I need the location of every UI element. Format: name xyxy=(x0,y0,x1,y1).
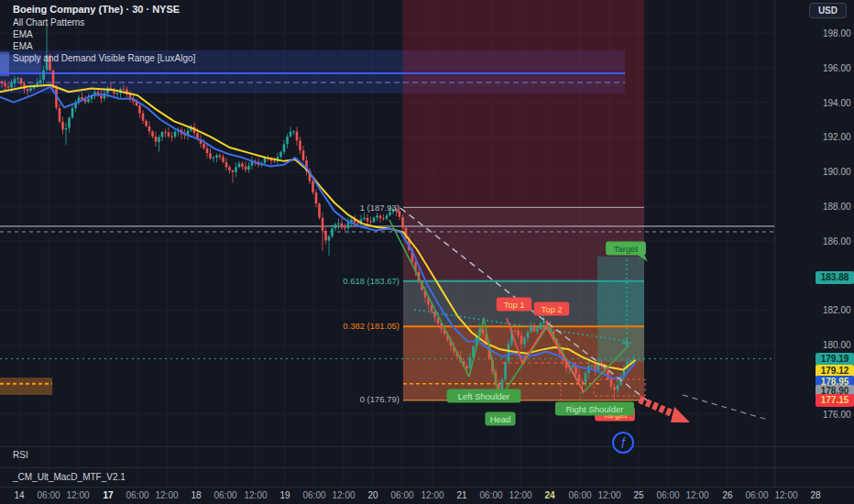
time-tick: 12:00 xyxy=(421,490,443,500)
candle xyxy=(581,382,584,383)
time-axis[interactable]: 1406:0012:001706:0012:001806:0012:001906… xyxy=(0,488,854,504)
candle xyxy=(312,181,314,192)
indicator-ema-2[interactable]: EMA xyxy=(13,40,195,52)
svg-text:Head: Head xyxy=(490,414,511,424)
candle xyxy=(536,329,539,332)
time-tick: 14 xyxy=(14,490,24,500)
candle xyxy=(228,167,231,170)
candle xyxy=(87,99,90,102)
candle xyxy=(279,152,282,157)
time-tick: 12:00 xyxy=(774,490,797,500)
price-chart-pane[interactable]: Left ShoulderHeadTop 1Top 2TargetRight S… xyxy=(0,0,774,487)
fib-label[interactable]: 0.618 (183.67) xyxy=(343,276,400,286)
candle xyxy=(508,344,510,361)
currency-toggle-button[interactable]: USD xyxy=(809,3,847,18)
time-tick: 12:00 xyxy=(597,490,620,500)
candle xyxy=(344,227,346,228)
candle xyxy=(401,217,404,227)
indicator-all-chart-patterns[interactable]: All Chart Patterns xyxy=(13,16,195,28)
time-tick: 06:00 xyxy=(656,490,679,500)
pattern-label-head[interactable]: Head xyxy=(485,412,515,426)
candle xyxy=(245,167,247,170)
candle xyxy=(174,132,177,137)
candle xyxy=(235,167,237,172)
pattern-label-top-2[interactable]: Top 2 xyxy=(534,302,570,316)
candle xyxy=(585,373,587,382)
pattern-label-top-1[interactable]: Top 1 xyxy=(497,298,532,312)
candle xyxy=(209,153,212,159)
pattern-label-right-shoulder[interactable]: Right Shoulder xyxy=(555,402,634,416)
time-tick: 12:00 xyxy=(332,490,355,500)
candle xyxy=(324,231,327,240)
fib-label[interactable]: 1 (187.93) xyxy=(360,203,400,213)
indicator-supply-demand[interactable]: Supply and Demand Visible Range [LuxAlgo… xyxy=(13,52,195,64)
target-arrow[interactable] xyxy=(640,400,676,415)
candle xyxy=(465,366,468,368)
pane-separator-rsi[interactable] xyxy=(0,446,854,447)
rsi-pane-label[interactable]: RSI xyxy=(13,450,28,460)
candle xyxy=(299,141,301,150)
candle xyxy=(39,80,42,82)
candle xyxy=(232,170,235,172)
price-tick: 196.00 xyxy=(823,62,851,72)
candle xyxy=(116,93,119,94)
candle xyxy=(286,137,289,144)
macd-pane-label[interactable]: _CM_Ult_MacD_MTF_V2.1 xyxy=(13,472,126,482)
candle xyxy=(382,218,385,219)
candle xyxy=(514,330,517,331)
boost-icon[interactable]: ƒ xyxy=(612,432,634,454)
time-tick: 06:00 xyxy=(479,490,502,500)
time-tick: 12:00 xyxy=(509,490,531,500)
candle xyxy=(164,132,167,133)
time-tick: 19 xyxy=(279,490,290,500)
trendline-dashed-lower[interactable] xyxy=(683,395,768,420)
candle xyxy=(247,166,250,170)
time-tick: 20 xyxy=(367,490,378,500)
time-tick: 12:00 xyxy=(66,490,89,500)
candle xyxy=(273,161,276,162)
candle xyxy=(533,328,536,332)
candle xyxy=(29,88,32,91)
candle xyxy=(42,71,45,81)
time-tick: 17 xyxy=(103,490,113,500)
candle xyxy=(158,137,160,142)
candle xyxy=(14,79,16,82)
candle xyxy=(315,192,318,203)
time-tick: 06:00 xyxy=(214,490,236,500)
price-tick: 188.00 xyxy=(823,202,851,212)
time-tick: 06:00 xyxy=(390,490,413,500)
price-tick: 192.00 xyxy=(823,132,851,142)
candle xyxy=(318,203,321,217)
candle xyxy=(334,225,337,228)
chart-legend: Boeing Company (The) · 30 · NYSE All Cha… xyxy=(13,4,195,64)
candle xyxy=(379,216,382,219)
pane-separator-macd[interactable] xyxy=(0,467,854,468)
candle xyxy=(386,215,389,219)
candle xyxy=(71,108,74,117)
candle xyxy=(219,156,222,158)
candle xyxy=(206,148,209,153)
price-tick: 194.00 xyxy=(823,97,851,107)
candle xyxy=(10,83,13,87)
candle xyxy=(264,158,267,163)
candle xyxy=(296,132,299,141)
price-axis[interactable]: 198.00196.00194.00192.00190.00188.00186.… xyxy=(775,0,854,487)
pattern-label-left-shoulder[interactable]: Left Shoulder xyxy=(447,389,521,403)
indicator-ema-1[interactable]: EMA xyxy=(13,28,195,40)
candle xyxy=(241,164,244,167)
fib-label[interactable]: 0.382 (181.05) xyxy=(343,321,400,331)
candle xyxy=(142,114,145,121)
symbol-title[interactable]: Boeing Company (The) · 30 · NYSE xyxy=(13,4,195,16)
price-label-183.88: 183.88 xyxy=(816,271,854,284)
candle xyxy=(100,95,103,98)
time-tick: 06:00 xyxy=(745,490,768,500)
candle xyxy=(610,379,613,387)
price-tick: 190.00 xyxy=(823,167,851,177)
price-tick: 198.00 xyxy=(823,28,851,38)
svg-text:Left Shoulder: Left Shoulder xyxy=(458,391,510,401)
candle xyxy=(482,329,485,334)
price-label-177.15: 177.15 xyxy=(816,394,854,407)
candle xyxy=(168,133,170,137)
svg-text:Top 2: Top 2 xyxy=(541,304,562,314)
fib-label[interactable]: 0 (176.79) xyxy=(360,394,400,404)
